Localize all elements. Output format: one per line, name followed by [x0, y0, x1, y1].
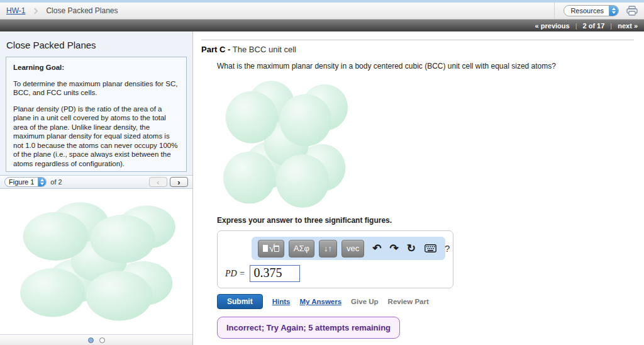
figure-pagination	[0, 334, 192, 345]
bcc-unit-cell-image	[215, 73, 634, 212]
breadcrumb-assignment-link[interactable]: HW-1	[6, 6, 25, 15]
learning-goal-paragraph: Planar density (PD) is the ratio of the …	[13, 105, 179, 169]
select-stepper-icon	[38, 178, 46, 186]
templates-button[interactable]: √	[258, 240, 284, 257]
figure-next-button[interactable]: ›	[170, 177, 188, 187]
my-answers-link[interactable]: My Answers	[299, 298, 341, 305]
nav-separator: |	[575, 22, 577, 30]
greek-symbols-button[interactable]: ΑΣφ	[289, 240, 314, 257]
part-c-panel: Part C - The BCC unit cell What is the m…	[193, 31, 644, 345]
template-box-icon	[274, 246, 279, 252]
previous-button[interactable]: « previous	[535, 22, 570, 30]
figure-select[interactable]: Figure 1	[4, 177, 47, 187]
learning-goal-box: Learning Goal: To determine the maximum …	[6, 57, 187, 172]
help-icon[interactable]: ?	[445, 244, 450, 253]
nav-separator: |	[610, 22, 612, 30]
learning-goal-paragraph: To determine the maximum planar densitie…	[13, 79, 179, 98]
figure-dot-2[interactable]	[99, 337, 105, 343]
undo-icon[interactable]: ↶	[372, 243, 381, 254]
item-title: Close Packed Planes	[0, 31, 192, 57]
equation-toolbar: √ ΑΣφ ↓↑ vec ↶ ↷ ↻	[252, 237, 445, 260]
answer-actions: Submit Hints My Answers Give Up Review P…	[217, 294, 634, 309]
part-c-question: What is the maximum planar density in a …	[217, 62, 634, 71]
figure-prev-button: ‹	[149, 177, 167, 187]
reset-icon[interactable]: ↻	[407, 243, 416, 254]
next-button[interactable]: next »	[618, 22, 638, 30]
select-stepper-icon	[609, 6, 618, 16]
answer-row: PD =	[223, 265, 447, 282]
print-icon[interactable]	[626, 6, 638, 16]
figure-1-image	[0, 189, 192, 345]
feedback-message: Incorrect; Try Again; 5 attempts remaini…	[217, 317, 400, 339]
part-c-label: Part C -	[201, 45, 233, 54]
express-instruction: Express your answer to three significant…	[217, 216, 634, 225]
answer-variable-label: PD =	[225, 269, 245, 279]
part-c-title: The BCC unit cell	[233, 45, 296, 54]
answer-input[interactable]	[250, 265, 300, 282]
answer-module: √ ΑΣφ ↓↑ vec ↶ ↷ ↻	[217, 230, 453, 288]
redo-icon[interactable]: ↷	[389, 243, 398, 254]
vector-button[interactable]: vec	[341, 240, 364, 257]
figure-select-value: Figure 1	[5, 178, 38, 186]
assignment-nav-bar: « previous | 2 of 17 | next »	[0, 20, 644, 31]
figure-dot-1[interactable]	[88, 337, 94, 343]
figure-selector-bar: Figure 1 of 2 ‹ ›	[0, 175, 192, 189]
undo-redo-arrows-button[interactable]: ↓↑	[319, 240, 337, 257]
breadcrumb-chevron-icon	[32, 8, 38, 14]
keyboard-icon[interactable]	[425, 244, 436, 252]
breadcrumb: HW-1 Close Packed Planes Resources	[0, 3, 644, 20]
part-c-header: Part C - The BCC unit cell	[201, 45, 634, 54]
learning-goal-heading: Learning Goal:	[13, 63, 179, 72]
topbar-tools: Resources	[554, 3, 638, 19]
review-part-link[interactable]: Review Part	[388, 298, 429, 305]
section-divider	[201, 40, 634, 40]
item-sidebar: Close Packed Planes Learning Goal: To de…	[0, 31, 193, 345]
figure-count-label: of 2	[50, 178, 62, 186]
submit-button[interactable]: Submit	[217, 294, 263, 309]
breadcrumb-item-title: Close Packed Planes	[46, 6, 118, 15]
hints-link[interactable]: Hints	[272, 298, 291, 305]
resources-dropdown[interactable]: Resources	[564, 5, 619, 16]
page-indicator: 2 of 17	[582, 22, 604, 30]
resources-dropdown-value: Resources	[564, 7, 609, 14]
template-square-icon	[263, 245, 268, 252]
give-up-link[interactable]: Give Up	[351, 298, 378, 305]
